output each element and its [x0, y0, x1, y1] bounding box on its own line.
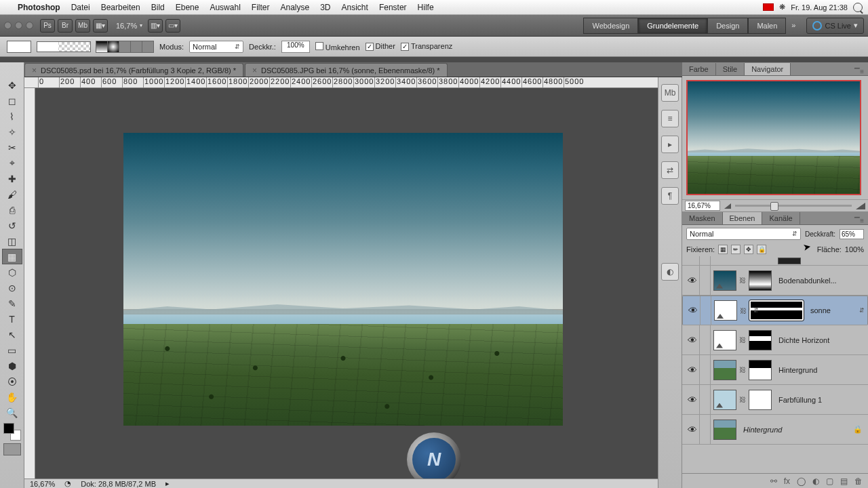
gradient-tool[interactable]: ▦ [2, 249, 22, 264]
workspace-more[interactable]: » [786, 18, 801, 34]
document-tab-1[interactable]: ×DSC05085.JPG bei 16,7% (sonne, Ebenenma… [245, 63, 448, 77]
visibility-icon[interactable]: 👁 [685, 415, 700, 444]
adjustments-panel-icon[interactable]: ◐ [661, 263, 679, 281]
view-extras-button[interactable]: ▦▾ [93, 19, 108, 33]
layer-mask[interactable] [749, 300, 804, 321]
gradient-diamond[interactable] [142, 41, 154, 53]
layer-row-3[interactable]: 👁⛓Hintergrund [682, 355, 868, 385]
layer-opacity-value[interactable]: 65% [840, 229, 864, 239]
wand-tool[interactable]: ✧ [2, 124, 22, 140]
quickmask-toggle[interactable] [3, 443, 21, 455]
hand-tool[interactable]: ✋ [2, 389, 22, 405]
fx-icon[interactable]: fx [784, 476, 790, 486]
link-icon[interactable]: ⛓ [739, 277, 746, 284]
visibility-icon[interactable]: 👁 [686, 296, 701, 325]
layer-name[interactable]: Bodenabdunkel... [774, 277, 865, 285]
path-tool[interactable]: ↖ [2, 327, 22, 342]
blur-tool[interactable]: ⬡ [2, 264, 22, 280]
menu-3d[interactable]: 3D [315, 3, 336, 12]
ruler-horizontal[interactable]: 0200400600800100012001400160018002000220… [24, 77, 658, 88]
window-controls[interactable] [4, 22, 33, 29]
layer-row-4[interactable]: 👁⛓Farbfüllung 1 [682, 385, 868, 415]
stamp-tool[interactable]: ⎙ [2, 202, 22, 218]
link-icon[interactable]: ⛓ [739, 336, 746, 344]
pen-tool[interactable]: ✎ [2, 296, 22, 311]
tab-masken[interactable]: Masken [682, 212, 723, 224]
opacity-input[interactable]: 100% [281, 41, 310, 53]
lock-pixels[interactable]: ✏ [731, 245, 741, 254]
minibridge-button[interactable]: Mb [75, 19, 90, 33]
delete-icon[interactable]: 🗑 [854, 476, 863, 486]
visibility-icon[interactable]: 👁 [685, 385, 700, 414]
layer-row-0[interactable]: 👁⛓Bodenabdunkel... [682, 266, 868, 296]
workspace-design[interactable]: Design [707, 18, 748, 34]
menu-ebene[interactable]: Ebene [170, 3, 205, 12]
menu-bearbeiten[interactable]: Bearbeiten [96, 3, 146, 12]
screen-mode-button[interactable]: ▭▾ [165, 19, 180, 33]
crop-tool[interactable]: ✂ [2, 140, 22, 155]
blend-mode-select[interactable]: Normal [189, 41, 243, 53]
menu-ansicht[interactable]: Ansicht [336, 3, 374, 12]
layer-name[interactable]: Dichte Horizont [774, 336, 865, 344]
fill-value[interactable]: 100% [845, 245, 864, 253]
3d-tool[interactable]: ⬢ [2, 358, 22, 373]
lock-transparency[interactable]: ▦ [718, 245, 728, 254]
char-panel-icon[interactable]: ¶ [661, 187, 679, 205]
tool-preset[interactable] [7, 41, 31, 53]
new-layer-icon[interactable]: ▤ [840, 476, 848, 486]
layer-mask[interactable] [749, 360, 772, 380]
close-icon[interactable]: × [32, 66, 37, 75]
tab-kanaele[interactable]: Kanäle [762, 212, 800, 224]
brush-tool[interactable]: 🖌 [2, 186, 22, 202]
link-icon[interactable]: ⛓ [739, 396, 746, 403]
panel-menu-icon[interactable]: ▔≡ [850, 217, 868, 224]
menu-auswahl[interactable]: Auswahl [204, 3, 245, 12]
tab-farbe[interactable]: Farbe [682, 63, 716, 75]
layer-mask[interactable] [749, 270, 772, 291]
menu-fenster[interactable]: Fenster [374, 3, 412, 12]
canvas-area[interactable] [35, 88, 658, 479]
dither-checkbox[interactable]: ✓Dither [366, 42, 395, 51]
panel-menu-icon[interactable]: ▔≡ [850, 68, 868, 75]
cs-live-button[interactable]: CS Live▾ [806, 18, 864, 34]
input-source-icon[interactable] [763, 3, 774, 11]
link-layers-icon[interactable]: ⚯ [770, 476, 777, 486]
dodge-tool[interactable]: ⊙ [2, 280, 22, 296]
document-tab-0[interactable]: ×DSC05085.psd bei 16,7% (Farbfüllung 3 K… [24, 63, 243, 77]
gradient-linear[interactable] [96, 41, 108, 53]
status-arrow[interactable]: ▸ [165, 479, 170, 488]
workspace-webdesign[interactable]: Webdesign [583, 18, 638, 34]
navigator-thumbnail[interactable] [686, 80, 861, 195]
gradient-reflected[interactable] [130, 41, 142, 53]
visibility-icon[interactable]: 👁 [685, 355, 700, 384]
color-swatches[interactable] [3, 423, 21, 441]
spotlight-icon[interactable] [853, 3, 863, 12]
lock-all[interactable]: 🔒 [757, 245, 766, 254]
menu-hilfe[interactable]: Hilfe [412, 3, 439, 12]
history-brush-tool[interactable]: ↺ [2, 218, 22, 233]
zoom-out-icon[interactable] [724, 203, 731, 209]
layer-mask[interactable] [749, 330, 772, 350]
layer-mask[interactable] [749, 390, 772, 410]
layer-thumb[interactable] [713, 330, 736, 350]
layer-name[interactable]: sonne [806, 306, 856, 314]
layer-row-2[interactable]: 👁⛓Dichte Horizont [682, 325, 868, 355]
menu-filter[interactable]: Filter [246, 3, 275, 12]
link-icon[interactable]: ⛓ [740, 307, 747, 314]
layer-thumb[interactable] [713, 420, 736, 440]
status-pie-icon[interactable]: ◔ [64, 479, 71, 488]
zoom-slider[interactable] [735, 205, 852, 207]
document-canvas[interactable] [123, 133, 563, 426]
zoom-in-icon[interactable] [856, 203, 865, 209]
gradient-radial[interactable] [107, 41, 119, 53]
heal-tool[interactable]: ✚ [2, 171, 22, 186]
move-tool[interactable]: ✥ [2, 77, 22, 93]
properties-panel-icon[interactable]: ⇄ [661, 161, 679, 179]
status-zoom[interactable]: 16,67% [30, 480, 55, 488]
sync-icon[interactable]: ❋ [779, 3, 785, 12]
layer-thumb[interactable] [713, 270, 736, 291]
adjustment-icon[interactable]: ◐ [812, 476, 819, 486]
3d-camera-tool[interactable]: ⦿ [2, 373, 22, 389]
layer-name[interactable]: Hintergrund [739, 426, 850, 434]
layer-row-1[interactable]: 👁⛓sonne [682, 296, 868, 325]
